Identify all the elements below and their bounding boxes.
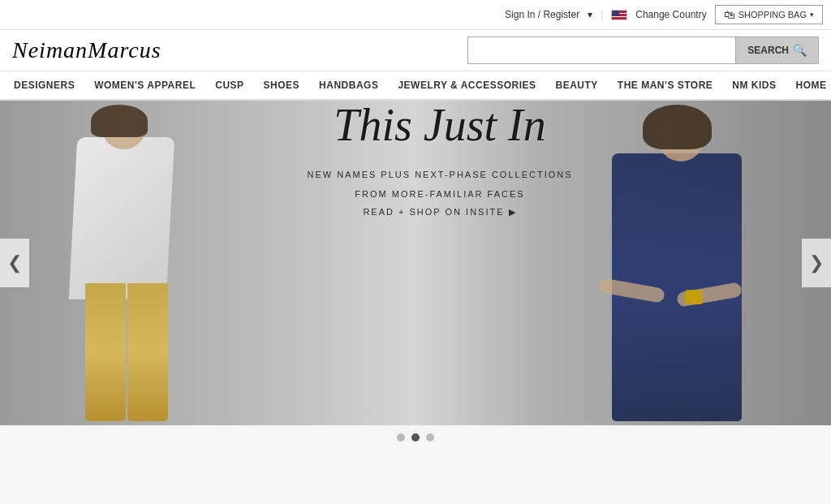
- hero-subtitle-line2: FROM MORE-FAMILIAR FACES: [49, 187, 831, 203]
- slider-prev-button[interactable]: ❮: [0, 239, 29, 287]
- nav-item-jewelry[interactable]: JEWELRY & ACCESSORIES: [388, 71, 545, 99]
- slider-dots: [0, 425, 831, 450]
- slider-dot-3[interactable]: [426, 433, 434, 442]
- model-right-bracelet: [685, 290, 703, 304]
- slider-dot-1[interactable]: [397, 433, 405, 442]
- next-arrow-icon: ❯: [809, 252, 824, 274]
- dropdown-arrow-signin: ▾: [588, 9, 592, 20]
- sign-in-link[interactable]: Sign In / Register: [505, 9, 579, 20]
- model-left-pants-l: [85, 283, 126, 421]
- search-icon: 🔍: [793, 44, 807, 57]
- bag-icon: 🛍: [724, 8, 735, 21]
- nav-item-home[interactable]: HOME: [786, 71, 831, 99]
- search-container: SEARCH 🔍: [467, 37, 819, 64]
- slider-next-button[interactable]: ❯: [802, 239, 831, 287]
- search-input[interactable]: [467, 37, 735, 64]
- prev-arrow-icon: ❮: [7, 252, 22, 274]
- bag-dropdown-arrow: ▾: [810, 11, 814, 19]
- site-logo[interactable]: NeimanMarcus: [12, 37, 161, 63]
- nav-item-handbags[interactable]: HANDBAGS: [309, 71, 388, 99]
- nav-item-designers[interactable]: DESIGNERS: [4, 71, 84, 99]
- bottom-area: [0, 450, 831, 504]
- logo-search-row: NeimanMarcus SEARCH 🔍: [0, 30, 831, 71]
- main-nav: DESIGNERS WOMEN'S APPAREL CUSP SHOES HAN…: [0, 71, 831, 101]
- hero-cta-link[interactable]: READ + SHOP ON INSITE ▶: [49, 207, 831, 218]
- divider: |: [601, 9, 603, 20]
- hero-content: This Just In NEW NAMES PLUS NEXT-PHASE C…: [49, 101, 831, 218]
- nav-item-cusp[interactable]: CUSP: [205, 71, 253, 99]
- hero-title: This Just In: [49, 101, 831, 151]
- top-bar: Sign In / Register ▾ | Change Country 🛍 …: [0, 0, 831, 30]
- search-button-label: SEARCH: [747, 45, 789, 56]
- shopping-bag-button[interactable]: 🛍 SHOPPING BAG ▾: [715, 5, 823, 24]
- nav-item-nm-kids[interactable]: NM KIDS: [722, 71, 786, 99]
- flag-icon: [611, 10, 627, 20]
- nav-item-shoes[interactable]: SHOES: [254, 71, 310, 99]
- nav-item-mans-store[interactable]: THE MAN'S STORE: [608, 71, 722, 99]
- shopping-bag-label: SHOPPING BAG: [738, 10, 807, 19]
- model-left-pants-r: [127, 283, 168, 421]
- change-country-label: Change Country: [635, 9, 706, 20]
- change-country-button[interactable]: Change Country: [635, 9, 706, 20]
- hero-slider: This Just In NEW NAMES PLUS NEXT-PHASE C…: [0, 101, 831, 425]
- slider-dot-2[interactable]: [411, 433, 420, 442]
- nav-item-beauty[interactable]: BEAUTY: [546, 71, 608, 99]
- nav-item-womens-apparel[interactable]: WOMEN'S APPAREL: [84, 71, 205, 99]
- hero-subtitle-line1: NEW NAMES PLUS NEXT-PHASE COLLECTIONS: [49, 167, 831, 183]
- search-button[interactable]: SEARCH 🔍: [735, 37, 819, 64]
